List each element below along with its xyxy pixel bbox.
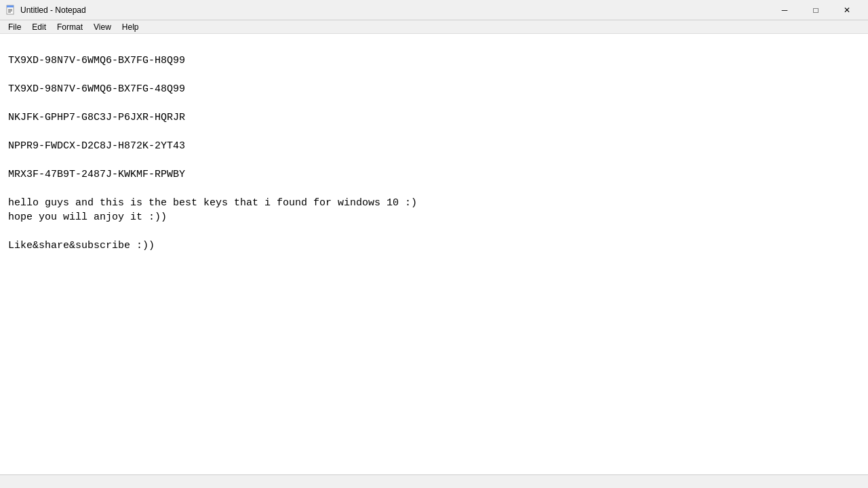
window-title: Untitled - Notepad xyxy=(20,5,769,15)
status-bar xyxy=(0,474,868,488)
svg-rect-1 xyxy=(7,5,14,7)
minimize-button[interactable]: ─ xyxy=(769,0,800,20)
close-button[interactable]: ✕ xyxy=(831,0,863,20)
menu-file[interactable]: File xyxy=(3,21,26,33)
notepad-icon xyxy=(5,5,16,16)
editor-area[interactable]: TX9XD-98N7V-6WMQ6-BX7FG-H8Q99 TX9XD-98N7… xyxy=(0,34,868,474)
notepad-window: Untitled - Notepad ─ □ ✕ File Edit Forma… xyxy=(0,0,868,488)
menu-edit[interactable]: Edit xyxy=(26,21,52,33)
editor-content[interactable]: TX9XD-98N7V-6WMQ6-BX7FG-H8Q99 TX9XD-98N7… xyxy=(8,39,860,267)
menu-view[interactable]: View xyxy=(88,21,117,33)
menu-help[interactable]: Help xyxy=(117,21,144,33)
window-controls: ─ □ ✕ xyxy=(769,0,863,20)
maximize-button[interactable]: □ xyxy=(800,0,831,20)
title-bar: Untitled - Notepad ─ □ ✕ xyxy=(0,0,868,20)
menu-bar: File Edit Format View Help xyxy=(0,20,868,34)
menu-format[interactable]: Format xyxy=(52,21,88,33)
